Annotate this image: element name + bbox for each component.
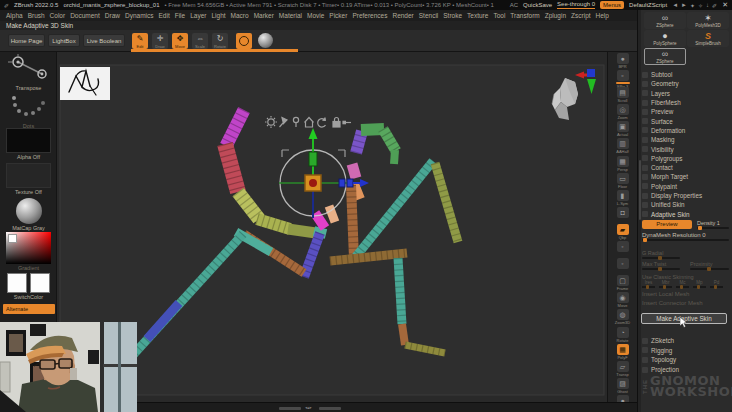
palette-section[interactable]: Preview	[642, 107, 732, 116]
switch-color-tile[interactable]: SwitchColor	[3, 273, 54, 300]
dynamesh-resolution-slider[interactable]	[642, 239, 729, 241]
menus-button[interactable]: Menus	[600, 1, 624, 9]
menu-item[interactable]: Color	[50, 12, 66, 19]
default-zscript-button[interactable]: DefaultZScript	[629, 2, 667, 8]
right-shelf-button[interactable]: ◘	[608, 206, 638, 223]
right-shelf-button[interactable]: ◍ Zoom3D	[608, 308, 638, 325]
palette-section[interactable]: Rigging	[642, 346, 732, 356]
color-picker-tile[interactable]: Gradient	[3, 232, 54, 271]
titlebar-icon[interactable]: ◄	[672, 2, 678, 9]
right-shelf-button[interactable]: ● BPR	[608, 52, 638, 69]
palette-section[interactable]: ZSketch	[642, 336, 732, 346]
color-picker-inner[interactable]	[8, 234, 17, 243]
color-swatches[interactable]	[3, 273, 54, 293]
titlebar-icon[interactable]: ↓	[706, 2, 709, 9]
current-material-sphere[interactable]	[258, 33, 273, 48]
menu-item[interactable]: Tool	[493, 12, 505, 19]
titlebar-icon[interactable]: ✧	[698, 2, 703, 9]
quicksave-button[interactable]: QuickSave	[523, 2, 552, 8]
menu-item[interactable]: Zplugin	[545, 12, 566, 19]
menu-item[interactable]: File	[175, 12, 185, 19]
menu-item[interactable]: Document	[70, 12, 100, 19]
gizmo-center-dot[interactable]	[309, 179, 317, 187]
palette-section[interactable]: Layers	[642, 89, 732, 98]
right-shelf-button[interactable]: ▤ Scroll	[608, 86, 638, 103]
close-icon[interactable]: ✕	[722, 1, 728, 9]
right-shelf-button[interactable]: ▢ Frame	[608, 274, 638, 291]
menu-item[interactable]: Dynamics	[125, 12, 154, 19]
right-shelf-button[interactable]: ◉ Move	[608, 291, 638, 308]
stroke-dots-tile[interactable]: Dots	[3, 92, 54, 129]
tool-thumbnail[interactable]: ● PolySphere	[644, 30, 686, 47]
menu-item[interactable]: Help	[596, 12, 609, 19]
material-tile[interactable]: MatCap Gray	[3, 198, 54, 231]
right-shelf-button[interactable]: ◦	[608, 257, 638, 274]
alternate-button[interactable]: Alternate	[3, 304, 55, 314]
right-shelf-button[interactable]: ▣ Actual	[608, 120, 638, 137]
menu-item[interactable]: Light	[211, 12, 225, 19]
tool-thumbnail[interactable]: ∞ ZSphere	[644, 12, 686, 29]
main-color-swatch[interactable]	[7, 273, 27, 293]
right-shelf-button[interactable]: ◔ Rotate	[608, 326, 638, 343]
palette-section[interactable]: Surface	[642, 116, 732, 125]
right-shelf-button[interactable]: ▦ Persp	[608, 155, 638, 172]
palette-section[interactable]: Masking	[642, 135, 732, 144]
home-page-button[interactable]: Home Page	[8, 34, 45, 47]
current-brush-icon[interactable]	[236, 33, 252, 49]
right-shelf-button[interactable]: ▦ PolyF	[608, 343, 638, 360]
tool-thumbnail[interactable]: ✶ PolyMesh3D	[687, 12, 729, 29]
right-shelf-button[interactable]: ▮ L.Sym	[608, 189, 638, 206]
right-shelf-button[interactable]: ▭ Floor	[608, 172, 638, 189]
palette-section[interactable]: Morph Target	[642, 172, 732, 181]
secondary-color-swatch[interactable]	[30, 273, 50, 293]
palette-section[interactable]: FiberMesh	[642, 98, 732, 107]
menu-item[interactable]: Brush	[28, 12, 45, 19]
texture-tile[interactable]: Texture Off	[3, 163, 54, 195]
menu-item[interactable]: Layer	[190, 12, 206, 19]
hscroll-arrows-icon[interactable]: ◂▴▸	[305, 405, 312, 410]
right-shelf-button[interactable]: ◎ Zoom	[608, 103, 638, 120]
menu-item[interactable]: Movie	[307, 12, 324, 19]
hscroll-right-bar[interactable]	[319, 407, 341, 410]
preview-button[interactable]: Preview	[642, 220, 692, 229]
palette-section[interactable]: Geometry	[642, 79, 732, 88]
menu-item[interactable]: Render	[392, 12, 413, 19]
viewport-canvas[interactable]	[57, 52, 607, 402]
menu-item[interactable]: Macro	[231, 12, 249, 19]
lightbox-button[interactable]: LightBox	[48, 34, 80, 47]
gizmo-y-handle[interactable]	[309, 152, 317, 166]
mode-button[interactable]: ⇔ Scale	[192, 33, 208, 49]
right-shelf-button[interactable]: ▥ AAHalf	[608, 137, 638, 154]
menu-item[interactable]: Zscript	[571, 12, 591, 19]
menu-item[interactable]: Transform	[510, 12, 539, 19]
right-shelf-button[interactable]: ▰ Qbp	[608, 223, 638, 240]
palette-section[interactable]: Visibility	[642, 144, 732, 153]
lightbox-divider-bar[interactable]	[131, 49, 298, 52]
palette-section[interactable]: Contact	[642, 163, 732, 172]
mode-button[interactable]: ✎ Edit	[132, 33, 148, 49]
titlebar-icon[interactable]: ►	[681, 2, 687, 9]
adaptive-skin-header[interactable]: Adaptive Skin	[642, 210, 732, 219]
menu-item[interactable]: Stroke	[443, 12, 462, 19]
gizmo-x-handle[interactable]	[339, 179, 345, 187]
menu-item[interactable]: Texture	[467, 12, 488, 19]
canvas-bottom-scrollbar[interactable]: ◂▴▸	[57, 402, 637, 412]
transpose-tile[interactable]: Transpose	[3, 54, 54, 91]
menu-item[interactable]: Alpha	[6, 12, 23, 19]
alpha-tile[interactable]: Alpha Off	[3, 128, 54, 160]
palette-section[interactable]: Subtool	[642, 70, 732, 79]
right-shelf-button[interactable]: ▨ Ghost	[608, 377, 638, 394]
menu-item[interactable]: Picker	[329, 12, 347, 19]
panel-scrollbar[interactable]	[638, 10, 641, 412]
live-boolean-button[interactable]: Live Boolean	[83, 34, 125, 47]
right-shelf-button[interactable]: ◦	[608, 240, 638, 257]
alternate-tile[interactable]: Alternate	[3, 304, 54, 314]
menu-item[interactable]: Material	[279, 12, 302, 19]
tool-thumbnail[interactable]: ∞ ZSphere	[644, 48, 686, 65]
titlebar-icon[interactable]: ✐	[712, 2, 717, 9]
palette-section[interactable]: Polygroups	[642, 154, 732, 163]
menu-item[interactable]: Marker	[254, 12, 274, 19]
mode-button[interactable]: ✛ Draw	[152, 33, 168, 49]
color-picker[interactable]	[6, 232, 51, 264]
right-shelf-button[interactable]: ▱ Transp	[608, 360, 638, 377]
